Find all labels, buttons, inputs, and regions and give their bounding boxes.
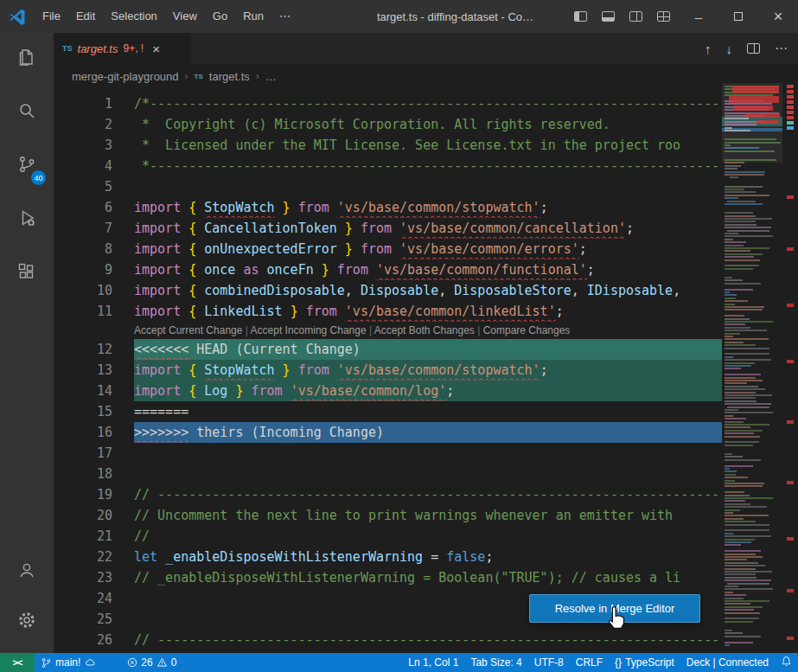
- line-number[interactable]: 19: [54, 484, 112, 505]
- line-content[interactable]: // -------------------------------------…: [134, 484, 722, 505]
- remote-indicator[interactable]: ><: [0, 653, 35, 672]
- line-number[interactable]: 24: [54, 588, 112, 609]
- activitybar-settings[interactable]: [6, 601, 48, 643]
- status-deck-connection[interactable]: Deck | Connected: [680, 653, 775, 672]
- line-number[interactable]: 18: [54, 464, 112, 484]
- activitybar-explorer[interactable]: [6, 38, 48, 80]
- toggle-panel-icon[interactable]: [602, 11, 615, 22]
- line-content[interactable]: // Uncomment the next line to print warn…: [134, 505, 722, 526]
- line-content[interactable]: >>>>>>> theirs (Incoming Change): [134, 422, 722, 443]
- line-number[interactable]: 10: [54, 280, 112, 301]
- line-number[interactable]: 25: [54, 609, 112, 630]
- line-number[interactable]: 22: [54, 547, 112, 567]
- menu-item-view[interactable]: View: [165, 0, 205, 33]
- status-encoding[interactable]: UTF-8: [528, 653, 570, 672]
- line-number[interactable]: 11: [54, 301, 112, 322]
- activitybar-source-control[interactable]: 40: [6, 145, 48, 187]
- line-number[interactable]: 16: [54, 422, 112, 443]
- menu-item-selection[interactable]: Selection: [103, 0, 164, 33]
- minimize-button[interactable]: –: [679, 0, 718, 33]
- line-content[interactable]: =======: [134, 401, 722, 422]
- customize-layout-icon[interactable]: [657, 11, 670, 22]
- minimap[interactable]: [722, 83, 782, 653]
- split-editor-icon[interactable]: [747, 43, 760, 54]
- close-button[interactable]: ×: [758, 0, 798, 33]
- branch-indicator[interactable]: main!: [35, 653, 102, 672]
- line-content[interactable]: /*--------------------------------------…: [134, 93, 722, 114]
- line-content[interactable]: import { onUnexpectedError } from 'vs/ba…: [134, 239, 722, 259]
- line-content[interactable]: let _enableDisposeWithListenerWarning = …: [134, 547, 722, 567]
- toggle-primary-sidebar-icon[interactable]: [574, 11, 587, 22]
- line-number[interactable]: 8: [54, 239, 112, 259]
- status-eol[interactable]: CRLF: [570, 653, 609, 672]
- tab-close-icon[interactable]: ×: [152, 42, 160, 55]
- menu-item-more[interactable]: ⋯: [271, 0, 298, 33]
- activitybar-run-debug[interactable]: [6, 199, 48, 240]
- previous-change-icon[interactable]: ↑: [705, 42, 712, 56]
- line-content[interactable]: * Licensed under the MIT License. See Li…: [134, 135, 722, 156]
- line-number[interactable]: 5: [54, 176, 112, 197]
- breadcrumb-item[interactable]: …: [265, 70, 277, 83]
- toggle-secondary-sidebar-icon[interactable]: [629, 11, 642, 22]
- line-content[interactable]: [134, 176, 722, 197]
- line-number[interactable]: 15: [54, 401, 112, 422]
- activitybar-search[interactable]: [6, 92, 48, 133]
- line-content[interactable]: import { StopWatch } from 'vs/base/commo…: [134, 197, 722, 218]
- line-content[interactable]: import { CancellationToken } from 'vs/ba…: [134, 218, 722, 239]
- line-number[interactable]: 14: [54, 381, 112, 401]
- next-change-icon[interactable]: ↓: [726, 42, 733, 56]
- line-number[interactable]: 9: [54, 259, 112, 280]
- line-content[interactable]: [134, 443, 722, 464]
- maximize-button[interactable]: [718, 0, 758, 33]
- line-number[interactable]: 26: [54, 630, 112, 650]
- status-language-typescript[interactable]: {}TypeScript: [609, 653, 680, 672]
- status-notifications[interactable]: [775, 653, 798, 672]
- line-number[interactable]: 3: [54, 135, 112, 156]
- line-number[interactable]: 1: [54, 93, 112, 114]
- status-tab-size[interactable]: Tab Size: 4: [464, 653, 527, 672]
- menu-item-go[interactable]: Go: [205, 0, 235, 33]
- line-content[interactable]: import { combinedDisposable, Disposable,…: [134, 280, 722, 301]
- overview-ruler[interactable]: [782, 83, 798, 653]
- line-number[interactable]: 6: [54, 197, 112, 218]
- line-content[interactable]: * Copyright (c) Microsoft Corporation. A…: [134, 114, 722, 135]
- tab-label: target.ts: [78, 42, 118, 55]
- breadcrumb-item[interactable]: target.ts: [209, 70, 250, 83]
- problems-indicator[interactable]: 26 0: [121, 653, 182, 672]
- more-actions-icon[interactable]: ⋯: [775, 41, 788, 56]
- line-content[interactable]: import { Log } from 'vs/base/common/log'…: [134, 381, 722, 401]
- code-line: 16>>>>>>> theirs (Incoming Change): [54, 422, 722, 443]
- line-content[interactable]: // -------------------------------------…: [134, 630, 722, 650]
- line-content[interactable]: <<<<<<< HEAD (Current Change): [134, 339, 722, 360]
- line-content[interactable]: //: [134, 526, 722, 547]
- status-cursor-position[interactable]: Ln 1, Col 1: [402, 653, 464, 672]
- activitybar-extensions[interactable]: [6, 253, 48, 294]
- codelens-action[interactable]: Accept Incoming Change: [251, 324, 367, 336]
- line-number[interactable]: 2: [54, 114, 112, 135]
- menu-item-run[interactable]: Run: [235, 0, 271, 33]
- activitybar-accounts[interactable]: [6, 551, 48, 592]
- code-editor[interactable]: 1/*-------------------------------------…: [54, 88, 722, 653]
- line-number[interactable]: 20: [54, 505, 112, 526]
- line-number[interactable]: 21: [54, 526, 112, 547]
- line-number[interactable]: 4: [54, 156, 112, 176]
- line-number[interactable]: 7: [54, 218, 112, 239]
- menu-item-file[interactable]: File: [35, 0, 68, 33]
- line-number[interactable]: 23: [54, 567, 112, 588]
- code-line: 17: [54, 443, 722, 464]
- tab-target-ts[interactable]: TS target.ts 9+, ! ×: [54, 33, 192, 64]
- line-number[interactable]: 17: [54, 443, 112, 464]
- line-number[interactable]: 13: [54, 360, 112, 381]
- line-number[interactable]: 12: [54, 339, 112, 360]
- line-content[interactable]: import { once as onceFn } from 'vs/base/…: [134, 259, 722, 280]
- menu-item-edit[interactable]: Edit: [68, 0, 103, 33]
- line-content[interactable]: [134, 464, 722, 484]
- line-content[interactable]: // _enableDisposeWithListenerWarning = B…: [134, 567, 722, 588]
- codelens-action[interactable]: Accept Both Changes: [374, 324, 475, 336]
- line-content[interactable]: import { StopWatch } from 'vs/base/commo…: [134, 360, 722, 381]
- codelens-action[interactable]: Accept Current Change: [134, 324, 242, 336]
- line-content[interactable]: import { LinkedList } from 'vs/base/comm…: [134, 301, 722, 322]
- codelens-action[interactable]: Compare Changes: [483, 324, 571, 336]
- breadcrumb-item[interactable]: merge-git-playground: [72, 70, 179, 83]
- line-content[interactable]: *---------------------------------------…: [134, 156, 722, 176]
